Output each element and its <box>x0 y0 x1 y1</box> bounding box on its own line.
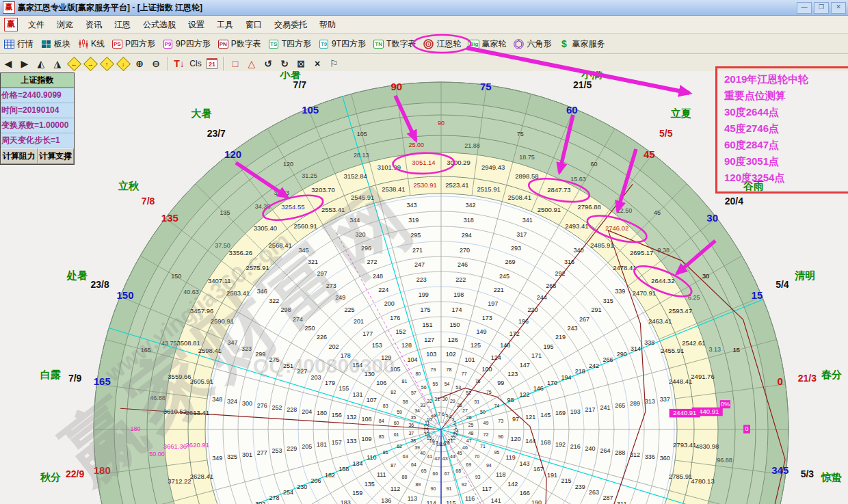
panel-row-0: 价格=2440.9099 <box>1 88 74 103</box>
svg-text:145: 145 <box>540 412 551 419</box>
menu-item-7[interactable]: 窗口 <box>239 16 268 33</box>
close-button[interactable]: ✕ <box>831 2 846 14</box>
toolbar-item-ts-square[interactable]: TST四方形 <box>265 37 314 51</box>
toolbar-item-t9-square[interactable]: T99T四方形 <box>315 37 369 51</box>
square-tool-icon[interactable]: □ <box>228 56 243 71</box>
svg-text:白露: 白露 <box>40 369 61 380</box>
diamond-up-icon[interactable]: ↑ <box>99 56 114 71</box>
svg-text:157: 157 <box>332 439 342 446</box>
svg-text:168: 168 <box>540 439 551 446</box>
toolbar-item-blocks[interactable]: 板块 <box>38 37 73 51</box>
svg-text:195: 195 <box>544 343 554 350</box>
menu-item-8[interactable]: 交易委托 <box>268 16 313 33</box>
diamond-left-icon[interactable]: ← <box>66 56 81 71</box>
svg-text:105: 105 <box>357 131 367 137</box>
svg-text:3203.70: 3203.70 <box>311 186 334 194</box>
svg-text:121: 121 <box>525 414 535 421</box>
svg-text:349: 349 <box>212 455 222 462</box>
svg-text:80: 80 <box>415 371 421 376</box>
svg-text:2493.41: 2493.41 <box>565 222 588 230</box>
svg-text:146: 146 <box>533 385 544 392</box>
svg-text:116: 116 <box>465 495 475 502</box>
svg-text:28: 28 <box>457 403 462 408</box>
boxed-x-icon[interactable]: ⊠ <box>293 56 308 71</box>
svg-text:QQ:400800300: QQ:400800300 <box>253 354 395 377</box>
toolbar-item-tn-table[interactable]: TNT数字表 <box>370 37 419 51</box>
svg-text:119: 119 <box>505 454 515 461</box>
index-info-panel: 上证指数 价格=2440.9099时间=20190104变换系数=1.00000… <box>0 72 75 165</box>
svg-text:133: 133 <box>347 438 357 445</box>
menu-item-5[interactable]: 设置 <box>182 16 211 33</box>
svg-text:225: 225 <box>345 306 355 313</box>
scale-icon[interactable]: × <box>310 56 325 71</box>
toolbar-item-ps-square[interactable]: PSP四方形 <box>109 37 158 51</box>
menu-item-6[interactable]: 工具 <box>211 16 239 33</box>
toolbar-item-pn-table[interactable]: PNP数字表 <box>215 37 264 51</box>
svg-text:2695.17: 2695.17 <box>630 249 653 256</box>
svg-text:60: 60 <box>394 421 399 425</box>
triangle-tool-icon[interactable]: △ <box>244 56 259 71</box>
toolbar-item-winner-wheel[interactable]: Big赢家轮 <box>465 37 509 51</box>
toolbar-item-hexagon[interactable]: 六角形 <box>510 37 554 51</box>
svg-text:21/3: 21/3 <box>798 373 817 384</box>
rotate-right-tri-icon[interactable]: ◮ <box>50 56 65 71</box>
svg-text:254: 254 <box>283 489 293 496</box>
svg-text:270: 270 <box>460 247 470 254</box>
svg-text:108: 108 <box>361 416 371 423</box>
svg-text:2491.76: 2491.76 <box>691 373 714 380</box>
maximize-button[interactable]: ❐ <box>814 2 829 14</box>
svg-text:252: 252 <box>272 404 282 411</box>
toolbar-item-dollar[interactable]: $赢家服务 <box>555 37 607 51</box>
svg-text:159: 159 <box>352 490 362 496</box>
diamond-right-icon[interactable]: → <box>83 56 98 71</box>
toolbar-item-p9-square[interactable]: P99P四方形 <box>159 37 213 51</box>
svg-text:60: 60 <box>590 161 597 168</box>
panel-button-0[interactable]: 计算阻力 <box>1 148 38 164</box>
toolbar-item-quote-table[interactable]: 行情 <box>1 37 36 51</box>
rotate-left-tri-icon[interactable]: ◭ <box>34 56 49 71</box>
svg-text:196: 196 <box>518 318 529 325</box>
toolbar-item-gann-wheel[interactable]: 江恩轮 <box>420 37 464 51</box>
svg-text:222: 222 <box>455 276 466 283</box>
blocks-icon <box>40 39 52 49</box>
menu-item-0[interactable]: 文件 <box>22 16 51 33</box>
svg-text:166: 166 <box>520 490 530 496</box>
zoom-in-icon[interactable]: ⊕ <box>132 56 147 71</box>
minimize-button[interactable]: — <box>797 2 812 14</box>
panel-button-1[interactable]: 计算支撑 <box>38 148 75 164</box>
select-flag-icon[interactable]: ⚐ <box>326 56 341 71</box>
menu-item-2[interactable]: 资讯 <box>79 16 108 33</box>
svg-text:312: 312 <box>630 451 640 458</box>
panel-row-2: 变换系数=1.00000 <box>1 118 74 133</box>
svg-text:148: 148 <box>500 342 510 349</box>
svg-text:56: 56 <box>421 385 427 390</box>
svg-text:115: 115 <box>446 500 455 504</box>
calendar-icon[interactable]: 21 <box>204 56 220 71</box>
svg-text:343: 343 <box>406 202 416 209</box>
rotate-ccw-icon[interactable]: ↺ <box>261 56 276 71</box>
menu-logo-icon: 赢 <box>4 18 18 31</box>
svg-text:2793.41: 2793.41 <box>673 441 696 449</box>
annotation-line-4: 60度2847点 <box>724 137 848 153</box>
nav-back-icon[interactable]: ◀ <box>1 56 16 71</box>
diamond-down-icon[interactable]: ↓ <box>116 56 131 71</box>
svg-text:113: 113 <box>408 495 417 502</box>
cls-button[interactable]: Cls <box>188 56 203 71</box>
svg-text:109: 109 <box>361 436 371 442</box>
svg-text:75: 75 <box>480 81 492 92</box>
svg-text:7/9: 7/9 <box>68 373 82 384</box>
svg-text:201: 201 <box>354 318 364 325</box>
menu-item-9[interactable]: 帮助 <box>313 16 342 33</box>
svg-text:301: 301 <box>242 451 252 458</box>
svg-text:2620.91: 2620.91 <box>186 441 209 449</box>
time-axis-icon[interactable]: T↓ <box>172 56 187 71</box>
menu-item-1[interactable]: 浏览 <box>51 16 79 33</box>
menu-item-4[interactable]: 公式选股 <box>137 16 182 33</box>
rotate-cw-icon[interactable]: ↻ <box>277 56 292 71</box>
toolbar-item-candlestick[interactable]: K线 <box>75 37 107 51</box>
zoom-out-icon[interactable]: ⊖ <box>148 56 163 71</box>
svg-text:132: 132 <box>347 414 357 421</box>
nav-forward-icon[interactable]: ▶ <box>17 56 32 71</box>
menu-item-3[interactable]: 江恩 <box>108 16 137 33</box>
svg-text:2440.91: 2440.91 <box>673 409 696 416</box>
